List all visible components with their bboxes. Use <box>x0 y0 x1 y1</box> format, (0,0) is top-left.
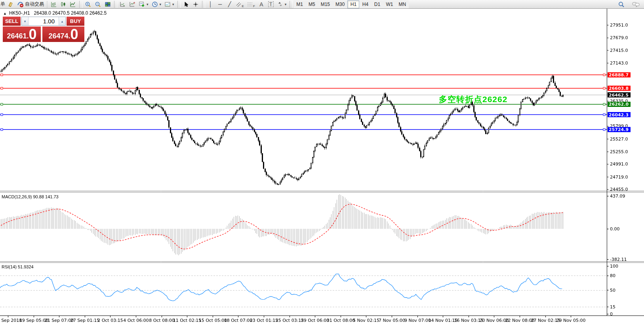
sell-button[interactable]: SELL <box>3 17 21 26</box>
autotrading-icon <box>17 1 24 8</box>
timeframe-button-d1[interactable]: D1 <box>371 0 383 8</box>
fibonacci-icon <box>247 2 253 7</box>
cursor-icon <box>183 1 189 8</box>
toolbar-separator <box>177 1 181 8</box>
timeframe-button-mn[interactable]: MN <box>396 0 409 8</box>
toolbar-cursor-group <box>181 0 200 9</box>
trade-panel-top-row: SELL ▾ ▴ BUY <box>3 17 84 26</box>
tile-windows-button[interactable] <box>103 0 112 8</box>
timeframe-button-m15[interactable]: M15 <box>318 0 333 8</box>
rsi-label: RSI(14) 51.9324 <box>2 264 34 269</box>
timeframe-button-m30[interactable]: M30 <box>333 0 347 8</box>
autotrading-button[interactable]: 自动交易 <box>15 0 46 8</box>
trade-history-button[interactable] <box>6 0 15 8</box>
sell-price-big-digit: 0 <box>29 28 37 41</box>
buy-price-main: 26474 <box>48 31 68 41</box>
zoom-in-icon <box>85 1 91 8</box>
channel-letter: E <box>242 4 244 8</box>
text-icon: A <box>259 1 263 8</box>
toolbar-separator <box>79 1 82 8</box>
indicators-icon <box>139 1 145 8</box>
mt4-window: 单 自动交易 <box>0 0 644 325</box>
text-button[interactable]: A <box>257 0 266 8</box>
toolbar-separator <box>202 1 205 8</box>
dropdown-arrow-icon[interactable]: ▾ <box>285 2 287 6</box>
macd-label: MACD(12,26,9) 90.88 141.73 <box>2 194 59 199</box>
chart-shift-button[interactable] <box>128 0 137 8</box>
fibo-letter: F <box>253 4 255 8</box>
templates-button[interactable]: ▾ <box>163 0 176 8</box>
toolbar-separator <box>114 1 117 8</box>
timeframe-button-h4[interactable]: H4 <box>359 0 371 8</box>
line-chart-icon <box>70 1 76 8</box>
toolbar-separator <box>290 1 293 8</box>
periods-icon <box>152 1 158 8</box>
toolbar-objects-group: ▾ ▾ ▾ <box>137 0 176 9</box>
buy-button[interactable]: BUY <box>67 17 84 26</box>
one-click-trading-panel: SELL ▾ ▴ BUY 26461.0 26474.0 <box>3 17 84 42</box>
sell-price-button[interactable]: 26461.0 <box>3 27 41 42</box>
bar-chart-button[interactable] <box>49 0 59 8</box>
toolbar-zoom-group <box>83 0 112 9</box>
equidistant-channel-button[interactable]: E <box>234 0 246 8</box>
new-order-button[interactable]: 单 <box>0 0 6 8</box>
chart-title: ▲HK50-,H126438.0 26470.5 26408.0 26462.5 <box>3 10 107 16</box>
dropdown-arrow-icon[interactable]: ▾ <box>160 2 162 6</box>
zoom-in-button[interactable] <box>83 0 93 8</box>
zoom-out-button[interactable] <box>93 0 103 8</box>
templates-icon <box>164 1 171 8</box>
auto-scroll-button[interactable] <box>118 0 128 8</box>
arrows-icon <box>277 1 283 7</box>
timeframe-toolbar: M1M5M15M30H1H4D1W1MN <box>293 0 409 9</box>
timeframe-button-w1[interactable]: W1 <box>383 0 396 8</box>
chart-annotation[interactable]: 多空转折点26262 <box>439 94 507 105</box>
crosshair-icon <box>192 1 199 8</box>
volume-spinner: ▾ ▴ <box>21 17 66 26</box>
trade-panel-collapse-arrow[interactable]: ▲ <box>3 11 7 15</box>
candlestick-button[interactable] <box>59 0 68 8</box>
horizontal-line-icon: ─ <box>218 1 222 7</box>
toolbar-scroll-group <box>118 0 137 9</box>
community-icon <box>632 1 640 8</box>
trendline-icon: ╱ <box>228 1 231 7</box>
bar-chart-icon <box>51 1 57 8</box>
toolbar-trade-group: 单 自动交易 <box>0 0 46 9</box>
periods-button[interactable]: ▾ <box>150 0 163 8</box>
volume-decrease-button[interactable]: ▾ <box>22 17 29 25</box>
buy-price-big-digit: 0 <box>70 28 78 41</box>
chart-area[interactable] <box>0 9 644 325</box>
volume-input[interactable] <box>29 17 59 25</box>
arrows-button[interactable]: ▾ <box>276 0 288 8</box>
trade-history-icon <box>7 1 14 8</box>
fibonacci-button[interactable]: F <box>246 0 257 8</box>
symbol-period-label: HK50-,H1 <box>9 10 30 16</box>
ohlc-values: 26438.0 26470.5 26408.0 26462.5 <box>34 10 107 16</box>
text-label-icon: T <box>268 1 274 7</box>
equidistant-channel-icon <box>236 2 242 7</box>
toolbar-charttype-group <box>49 0 78 9</box>
toolbar-right-group <box>616 0 642 9</box>
tile-windows-icon <box>105 1 111 8</box>
crosshair-button[interactable] <box>191 0 200 8</box>
cursor-button[interactable] <box>181 0 191 8</box>
dropdown-arrow-icon[interactable]: ▾ <box>172 2 174 6</box>
new-order-label: 单 <box>0 1 5 8</box>
indicators-button[interactable]: ▾ <box>137 0 150 8</box>
auto-scroll-icon <box>120 1 126 8</box>
trendline-button[interactable]: ╱ <box>225 0 234 8</box>
buy-price-button[interactable]: 26474.0 <box>42 27 84 42</box>
vertical-line-button[interactable]: │ <box>206 0 215 8</box>
timeframe-button-m1[interactable]: M1 <box>293 0 306 8</box>
search-button[interactable] <box>616 0 627 8</box>
community-button[interactable] <box>631 0 642 8</box>
timeframe-button-m5[interactable]: M5 <box>306 0 318 8</box>
spinner-up-icon: ▴ <box>61 19 63 23</box>
toolbar-drag-handle[interactable] <box>46 1 48 8</box>
text-label-button[interactable]: T <box>266 0 276 8</box>
timeframe-button-h1[interactable]: H1 <box>347 0 359 8</box>
autotrading-label: 自动交易 <box>25 1 44 8</box>
horizontal-line-button[interactable]: ─ <box>215 0 225 8</box>
volume-increase-button[interactable]: ▴ <box>59 17 65 25</box>
dropdown-arrow-icon[interactable]: ▾ <box>147 2 149 6</box>
line-chart-button[interactable] <box>68 0 78 8</box>
